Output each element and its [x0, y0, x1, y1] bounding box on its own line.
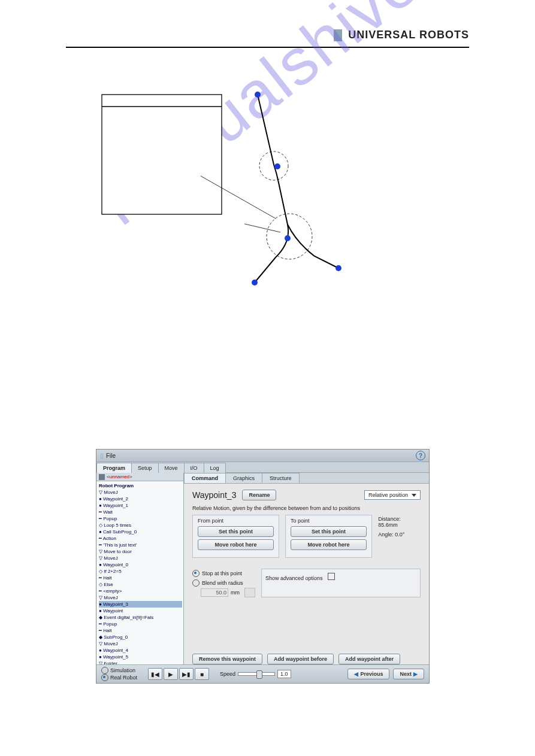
blend-radio[interactable]	[192, 579, 200, 587]
blend-diagram	[96, 90, 359, 305]
tree-node[interactable]: ▽ Move to door	[99, 548, 182, 555]
move-robot-from-button[interactable]: Move robot here	[198, 539, 274, 550]
set-from-point-button[interactable]: Set this point	[198, 526, 274, 537]
command-panel: Command Graphics Structure Waypoint_3 Re…	[184, 473, 429, 669]
svg-point-8	[285, 235, 291, 241]
tree-node[interactable]: ━ Popup	[99, 515, 182, 522]
main-tab-bar: Program Setup Move I/O Log	[96, 462, 429, 473]
from-point-label: From point	[198, 518, 274, 524]
footer-bar: Simulation Real Robot ▮◀ ▶ ▶▮ ■ Speed 1.…	[96, 664, 429, 683]
tree-node[interactable]: ◆ SubProg_0	[99, 634, 182, 640]
sub-tab-bar: Command Graphics Structure	[184, 473, 429, 484]
rewind-button[interactable]: ▮◀	[148, 668, 162, 680]
advanced-options-box: Show advanced options	[261, 569, 421, 597]
tree-node[interactable]: ━ Popup	[99, 621, 182, 627]
tree-node[interactable]: ━ Halt	[99, 575, 182, 581]
tree-node[interactable]: ● Waypoint_0	[99, 561, 182, 568]
move-robot-to-button[interactable]: Move robot here	[291, 539, 367, 550]
svg-point-10	[335, 265, 341, 271]
app-icon: ▯	[100, 452, 104, 460]
simulation-label: Simulation	[110, 667, 135, 674]
program-tree[interactable]: Robot Program ▽ MoveJ ● Waypoint_2 ● Way…	[96, 481, 183, 669]
relative-info: Distance: 85.6mm Angle: 0.0°	[378, 515, 421, 538]
to-point-box: To point Set this point Move robot here	[285, 515, 372, 558]
tree-node[interactable]: ▽ MoveJ	[99, 555, 182, 561]
real-robot-radio[interactable]	[101, 674, 108, 681]
blend-keypad-button[interactable]	[244, 588, 255, 597]
window-titlebar: ▯ File ?	[96, 450, 429, 462]
tree-node[interactable]: ◇ Else	[99, 581, 182, 588]
waypoint-description: Relative Motion, given by the difference…	[192, 505, 421, 511]
tree-node[interactable]: ━ 'This is just text'	[99, 542, 182, 548]
tree-node[interactable]: ◇ If 2+2=5	[99, 568, 182, 575]
advanced-options-label: Show advanced options	[265, 575, 323, 581]
blend-options: Stop at this point Blend with radius mm	[192, 569, 255, 597]
subtab-graphics[interactable]: Graphics	[225, 473, 262, 483]
add-waypoint-after-button[interactable]: Add waypoint after	[338, 654, 400, 664]
tab-io[interactable]: I/O	[184, 463, 204, 473]
brand-name: UNIVERSAL ROBOTS	[348, 29, 469, 41]
tree-node[interactable]: ◆ Event digital_in[9]=Fals	[99, 614, 182, 621]
step-button[interactable]: ▶▮	[179, 668, 194, 680]
subtab-structure[interactable]: Structure	[262, 473, 300, 483]
next-button[interactable]: Next	[393, 669, 424, 679]
previous-button[interactable]: Previous	[347, 669, 389, 679]
tree-node[interactable]: ▽ MoveJ	[99, 640, 182, 647]
program-name: <unnamed>	[107, 473, 132, 480]
blend-radius-input[interactable]	[201, 588, 228, 597]
tree-node[interactable]: ━ Action	[99, 535, 182, 542]
simulation-radio[interactable]	[101, 667, 108, 674]
svg-point-7	[274, 163, 280, 169]
tree-node[interactable]: ● Waypoint_4	[99, 647, 182, 654]
blend-unit: mm	[231, 588, 240, 597]
speed-value: 1.0	[277, 670, 291, 678]
tree-node[interactable]: ● Waypoint_1	[99, 502, 182, 509]
remove-waypoint-button[interactable]: Remove this waypoint	[192, 654, 262, 664]
real-robot-label: Real Robot	[110, 675, 137, 681]
angle-readout: Angle: 0.0°	[378, 532, 421, 538]
tab-program[interactable]: Program	[96, 463, 132, 473]
chevron-down-icon	[412, 494, 416, 497]
from-point-box: From point Set this point Move robot her…	[192, 515, 279, 558]
tree-node[interactable]: ● Call SubProg_0	[99, 529, 182, 535]
add-waypoint-before-button[interactable]: Add waypoint before	[267, 654, 334, 664]
tree-node[interactable]: Robot Program	[99, 482, 182, 489]
svg-point-6	[255, 92, 261, 98]
save-icon	[99, 474, 105, 480]
tab-setup[interactable]: Setup	[131, 463, 159, 473]
tree-node[interactable]: ━ Halt	[99, 627, 182, 634]
set-to-point-button[interactable]: Set this point	[291, 526, 367, 537]
tab-move[interactable]: Move	[158, 463, 185, 473]
tree-node[interactable]: ● Waypoint_2	[99, 496, 182, 502]
tree-node[interactable]: ━ Wait	[99, 509, 182, 515]
file-menu[interactable]: File	[106, 453, 116, 459]
play-button[interactable]: ▶	[164, 668, 178, 680]
speed-slider[interactable]	[238, 672, 275, 676]
advanced-options-checkbox[interactable]	[328, 573, 335, 580]
waypoint-type-value: Relative position	[368, 492, 408, 498]
subtab-command[interactable]: Command	[184, 473, 226, 483]
tree-node[interactable]: ◇ Loop 5 times	[99, 522, 182, 529]
brand-logo-icon	[334, 29, 342, 41]
waypoint-title: Waypoint_3	[192, 490, 236, 500]
slider-thumb-icon	[256, 670, 262, 679]
tab-log[interactable]: Log	[204, 463, 226, 473]
header-rule	[66, 47, 469, 48]
tree-node[interactable]: ▽ MoveJ	[99, 594, 182, 601]
program-tree-panel: <unnamed> Robot Program ▽ MoveJ ● Waypoi…	[96, 473, 184, 669]
tree-node[interactable]: ━ <empty>	[99, 588, 182, 594]
help-icon[interactable]: ?	[416, 451, 425, 460]
tree-node[interactable]: ▽ MoveJ	[99, 489, 182, 496]
tree-node[interactable]: ● Waypoint_5	[99, 654, 182, 660]
tree-node-selected[interactable]: ● Waypoint_3	[99, 601, 182, 608]
mode-selector: Simulation Real Robot	[101, 667, 137, 681]
program-name-bar[interactable]: <unnamed>	[96, 473, 183, 481]
rename-button[interactable]: Rename	[242, 490, 276, 500]
svg-rect-0	[102, 95, 222, 214]
tree-node[interactable]: ● Waypoint	[99, 608, 182, 614]
waypoint-type-dropdown[interactable]: Relative position	[364, 490, 421, 500]
to-point-label: To point	[291, 518, 367, 524]
stop-button[interactable]: ■	[195, 668, 209, 680]
svg-point-9	[252, 280, 258, 286]
stop-radio[interactable]	[192, 570, 200, 577]
